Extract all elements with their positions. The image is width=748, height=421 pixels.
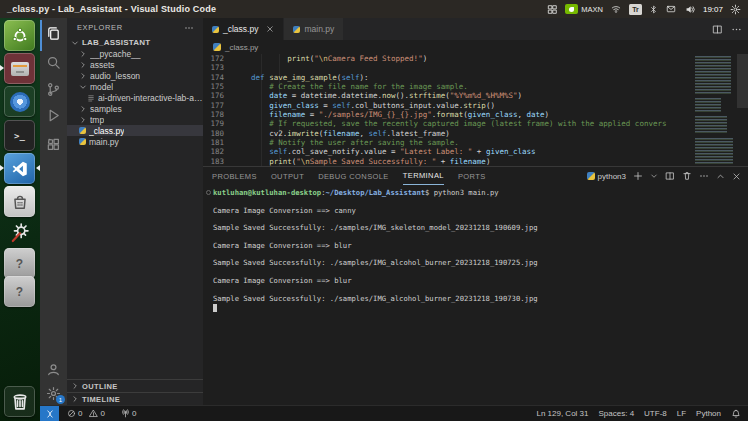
explorer-more-actions[interactable] <box>184 23 194 33</box>
indent-guide <box>261 54 262 166</box>
cursor-position[interactable]: Ln 129, Col 31 <box>536 409 588 418</box>
code-area[interactable]: 172 print("\nCamera Feed Stopped!")17317… <box>203 54 748 166</box>
activity-search[interactable] <box>46 55 61 70</box>
explorer-sidebar: EXPLORER LAB_ASSISTANT__pycache__assetsa… <box>67 18 203 405</box>
activity-source-control[interactable] <box>46 82 61 97</box>
python-shell-icon <box>587 172 595 180</box>
tree-item--class-py[interactable]: _class.py <box>67 125 203 136</box>
activity-run-debug[interactable] <box>46 108 61 123</box>
warnings-icon <box>89 409 98 418</box>
nvidia-indicator[interactable]: MAXN <box>565 4 603 14</box>
panel-tab-ports[interactable]: PORTS <box>458 167 486 185</box>
code-line[interactable]: 172 print("\nCamera Feed Stopped!") <box>203 54 748 63</box>
kill-terminal-button[interactable] <box>682 171 692 181</box>
code-line[interactable]: 176 date = datetime.datetime.now().strft… <box>203 91 748 100</box>
tree-item-main-py[interactable]: main.py <box>67 136 203 147</box>
tree-item-ai-driven-interactive-lab-assistant-[interactable]: ai-driven-interactive-lab-assistant-... <box>67 92 203 103</box>
settings-tool-icon <box>8 220 32 244</box>
prompt-command: python3 main.py <box>429 188 498 197</box>
activity-extensions[interactable] <box>46 137 61 152</box>
line-number: 177 <box>203 101 233 110</box>
code-line[interactable]: 177 given_class = self.col_buttons_input… <box>203 101 748 110</box>
split-editor-button[interactable] <box>712 24 723 35</box>
terminal-dropdown-button[interactable] <box>650 172 658 180</box>
code-line[interactable]: 181 # Notify the user after saving the s… <box>203 138 748 147</box>
tree-item-model[interactable]: model <box>67 81 203 92</box>
code-line[interactable]: 178 filename = "./samples/IMG_{}_{}.jpg"… <box>203 110 748 119</box>
tree-item-samples[interactable]: samples <box>67 103 203 114</box>
tree-item-label: _class.py <box>89 126 124 136</box>
volume-icon[interactable] <box>684 4 696 15</box>
python-file-icon <box>213 43 221 51</box>
launcher-ubuntu-software[interactable] <box>4 186 35 217</box>
workspaces-icon[interactable] <box>547 4 558 15</box>
terminal-output[interactable]: kutluhan@kutluhan-desktop:~/Desktop/Lab_… <box>203 185 748 405</box>
panel-tab-problems[interactable]: PROBLEMS <box>212 167 257 185</box>
minimap[interactable] <box>691 54 737 166</box>
close-panel-button[interactable] <box>732 172 741 181</box>
account-button[interactable] <box>46 362 61 377</box>
bluetooth-icon[interactable] <box>649 4 658 15</box>
panel-tab-terminal[interactable]: TERMINAL <box>403 167 444 185</box>
problems-status[interactable]: 0 0 <box>67 409 105 418</box>
breadcrumb[interactable]: _class.py <box>203 40 748 54</box>
eol-status[interactable]: LF <box>677 409 686 418</box>
launcher-terminal[interactable]: >_ <box>4 120 35 151</box>
clock[interactable]: 19:07 <box>703 5 723 14</box>
keyboard-layout-indicator[interactable]: Tr <box>629 4 642 15</box>
tree-item-label: main.py <box>89 137 119 147</box>
indentation-status[interactable]: Spaces: 4 <box>599 409 635 418</box>
launcher-files[interactable] <box>4 53 35 84</box>
editor-tab-main-py[interactable]: main.py <box>284 18 344 40</box>
editor-scrollbar[interactable] <box>737 54 748 108</box>
timeline-section[interactable]: TIMELINE <box>67 392 203 405</box>
panel-tab-debug-console[interactable]: DEBUG CONSOLE <box>318 167 389 185</box>
code-line[interactable]: 174 def save_img_sample(self): <box>203 73 748 82</box>
session-gear-icon[interactable] <box>730 4 741 15</box>
launcher-system-settings[interactable] <box>4 216 35 247</box>
tree-item-audio-lesson[interactable]: audio_lesson <box>67 70 203 81</box>
code-line[interactable]: 175 # Create the file name for the image… <box>203 82 748 91</box>
close-tab-icon[interactable] <box>266 25 274 33</box>
code-line[interactable]: 182 self.col_save_notify.value = "Latest… <box>203 147 748 156</box>
panel-more-actions[interactable] <box>699 171 709 181</box>
code-text: # Create the file name for the image sam… <box>233 82 468 91</box>
launcher-chromium[interactable] <box>4 86 35 117</box>
code-line[interactable]: 173 <box>203 63 748 72</box>
code-line[interactable]: 179 # If requested, save the recently ca… <box>203 119 748 128</box>
launcher-vscode[interactable] <box>4 153 35 184</box>
settings-gear-button[interactable]: 1 <box>46 386 61 401</box>
tree-root-lab-assistant[interactable]: LAB_ASSISTANT <box>67 37 203 48</box>
terminal-icon: >_ <box>14 131 25 141</box>
remote-indicator[interactable] <box>40 406 59 421</box>
maximize-panel-button[interactable] <box>716 172 725 181</box>
launcher-unknown-app-2[interactable]: ? <box>4 276 35 307</box>
tree-item-assets[interactable]: assets <box>67 59 203 70</box>
terminal-shell-selector[interactable]: python3 <box>587 172 626 181</box>
tree-item--pycache-[interactable]: __pycache__ <box>67 48 203 59</box>
launcher-trash[interactable] <box>4 386 35 417</box>
launcher-ubuntu-dash[interactable] <box>4 20 35 51</box>
editor-tab--class-py[interactable]: _class.py <box>203 18 284 40</box>
editor-more-actions[interactable] <box>731 24 742 35</box>
panel-actions: python3 <box>587 167 741 185</box>
wifi-icon[interactable] <box>610 4 622 14</box>
messages-icon[interactable] <box>665 4 677 14</box>
launcher-unknown-app[interactable]: ? <box>4 248 35 279</box>
outline-section[interactable]: OUTLINE <box>67 379 203 392</box>
broadcast-status[interactable]: 0 <box>121 409 136 418</box>
breadcrumb-file: _class.py <box>225 43 258 52</box>
tree-root-label: LAB_ASSISTANT <box>82 38 150 47</box>
encoding-status[interactable]: UTF-8 <box>644 409 667 418</box>
running-indicator <box>0 165 4 171</box>
activity-explorer[interactable] <box>46 26 61 41</box>
tree-item-tmp[interactable]: tmp <box>67 114 203 125</box>
new-terminal-button[interactable] <box>633 171 643 181</box>
split-terminal-button[interactable] <box>665 171 675 181</box>
code-line[interactable]: 180 cv2.imwrite(filename, self.latest_fr… <box>203 129 748 138</box>
language-mode[interactable]: Python <box>696 409 721 418</box>
terminal-output-line: Camera Image Conversion ==> blur <box>213 277 748 286</box>
panel-tab-output[interactable]: OUTPUT <box>271 167 304 185</box>
notifications-bell[interactable] <box>731 409 741 419</box>
code-line[interactable]: 183 print("\nSample Saved Successfully: … <box>203 157 748 166</box>
